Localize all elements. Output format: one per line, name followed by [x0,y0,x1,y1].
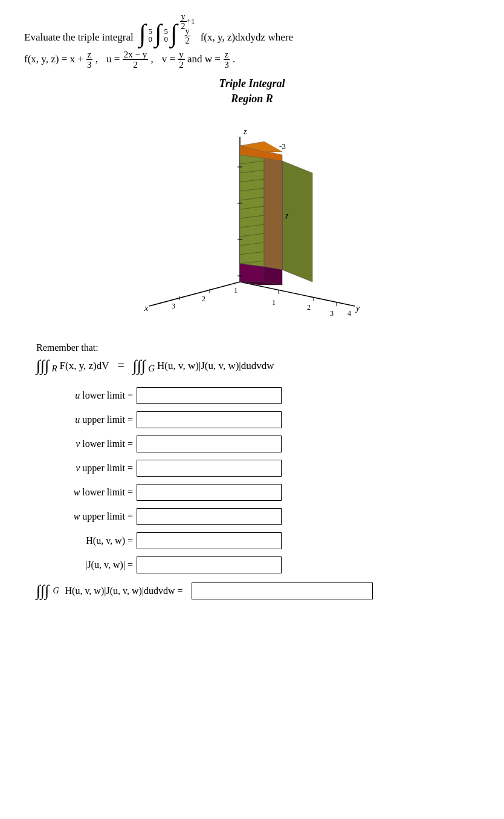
lhs-subscript-container: R [51,357,57,374]
lhs-integral: ∫∫∫ [36,357,49,375]
rhs-subscript-container: G [148,357,155,374]
main-content: Remember that: ∫∫∫ R F(x, y, z)dV = ∫∫∫ … [24,342,480,600]
v-lower-label: v lower limit = [36,439,133,449]
v-upper-input[interactable] [137,460,282,477]
visualization: x 2 3 y 1 2 3 4 z [24,113,480,330]
w-upper-row: w upper limit = [36,508,468,525]
final-integrand-label: H(u, v, w)|J(u, v, w)|dudvdw = [65,586,183,596]
u-upper-input[interactable] [137,411,282,428]
v-frac: y 2 [178,50,185,70]
lhs-integrand: F(x, y, z)dV [60,360,109,372]
w-upper-label: w upper limit = [36,511,133,522]
svg-text:2: 2 [307,303,311,312]
J-row: |J(u, v, w)| = [36,556,468,573]
svg-text:1: 1 [272,298,276,307]
integral-line: Evaluate the triple integral ∫ 5 0 ∫ 5 0… [24,12,480,46]
rhs-integral: ∫∫∫ [133,357,146,375]
inner-lower-frac: y 2 [184,27,191,46]
inner-limits: y 2 +1 y 2 [180,12,195,46]
problem-statement: Evaluate the triple integral ∫ 5 0 ∫ 5 0… [24,12,480,70]
svg-line-6 [240,282,355,306]
middle-integral-symbol: ∫ [155,21,162,46]
u-upper-row: u upper limit = [36,411,468,428]
svg-text:-3: -3 [279,142,286,151]
svg-marker-37 [240,264,264,282]
outer-lower: 0 [149,33,153,46]
svg-text:3: 3 [330,309,334,318]
f-definition: f(x, y, z) = x + z 3 , [24,50,98,70]
svg-marker-34 [264,152,282,270]
svg-marker-21 [240,152,264,267]
J-label: |J(u, v, w)| = [36,560,133,570]
u-lower-row: u lower limit = [36,387,468,404]
middle-limits: 5 0 [164,25,169,46]
rhs-sub-G: G [148,364,155,373]
section-title: Triple Integral Region R [24,76,480,106]
u-upper-label: u upper limit = [36,414,133,425]
svg-text:z: z [243,127,247,136]
definitions-line: f(x, y, z) = x + z 3 , u = 2x − y 2 , v … [24,50,480,70]
J-input[interactable] [137,556,282,573]
intro-text: Evaluate the triple integral [24,29,134,45]
final-integral-row: ∫∫∫ G H(u, v, w)|J(u, v, w)|dudvdw = [36,582,468,600]
u-frac: 2x − y 2 [123,50,148,70]
f-frac: z 3 [86,50,93,70]
H-label: H(u, v, w) = [36,535,133,546]
final-answer-input[interactable] [192,582,373,599]
svg-text:3: 3 [172,302,175,310]
final-sub-G: G [53,586,59,596]
3d-region-svg: x 2 3 y 1 2 3 4 z [101,119,403,324]
inner-lower: y 2 [184,27,191,46]
H-row: H(u, v, w) = [36,532,468,549]
w-upper-input[interactable] [137,508,282,525]
svg-text:z: z [285,211,289,220]
outer-limits: 5 0 [149,25,153,46]
v-lower-input[interactable] [137,436,282,452]
u-definition: u = 2x − y 2 , [106,50,153,70]
rhs-integrand: H(u, v, w)|J(u, v, w)|dudvdw [157,360,274,372]
w-frac: z 3 [223,50,230,70]
w-lower-input[interactable] [137,484,282,501]
equals-sign: = [118,359,124,373]
H-input[interactable] [137,532,282,549]
v-lower-row: v lower limit = [36,436,468,452]
svg-text:2: 2 [202,295,205,303]
integrand-text: f(x, y, z)dxdydz where [201,29,293,45]
triple-integral-equation: ∫∫∫ R F(x, y, z)dV = ∫∫∫ G H(u, v, w)|J(… [36,357,468,375]
v-upper-label: v upper limit = [36,463,133,474]
svg-text:1: 1 [234,286,237,295]
lhs-sub-R: R [51,364,57,373]
svg-text:4: 4 [347,309,351,318]
w-lower-row: w lower limit = [36,484,468,501]
u-lower-input[interactable] [137,387,282,404]
outer-integral-symbol: ∫ [139,21,146,46]
v-upper-row: v upper limit = [36,460,468,477]
u-lower-label: u lower limit = [36,390,133,401]
final-integral-symbol: ∫∫∫ [36,582,49,600]
v-definition: v = y 2 and w = z 3 . [162,50,236,70]
w-lower-label: w lower limit = [36,487,133,498]
inner-integral-symbol: ∫ [170,21,178,46]
middle-lower: 0 [164,33,169,46]
remember-label: Remember that: [36,342,468,353]
svg-line-0 [149,282,240,306]
svg-text:y: y [355,304,360,313]
svg-text:x: x [144,304,149,313]
svg-marker-18 [282,161,312,282]
